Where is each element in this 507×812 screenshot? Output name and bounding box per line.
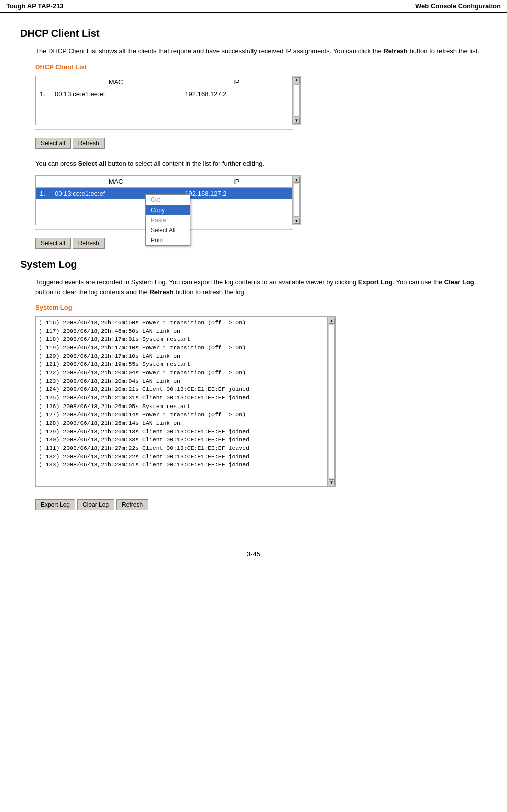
scroll-up-arrow[interactable]: ▲ — [294, 77, 300, 83]
log-line: ( 116) 2008/06/18,20h:46m:50s Power 1 tr… — [39, 319, 324, 327]
log-scroll-up[interactable]: ▲ — [329, 318, 335, 324]
log-line: ( 126) 2008/06/18,21h:26m:05s System res… — [39, 402, 324, 411]
context-menu-select-all[interactable]: Select All — [146, 225, 190, 235]
select-all-button[interactable]: Select all — [35, 138, 71, 149]
scroll-track2 — [294, 184, 300, 217]
system-log-scrollbar[interactable]: ▲ ▼ — [327, 317, 335, 486]
scroll-track — [294, 84, 300, 117]
col-num-header — [36, 76, 51, 88]
log-line: ( 120) 2008/06/18,21h:17m:10s LAN link o… — [39, 352, 324, 361]
dhcp-table2-container: MAC IP 1. 00:13:ce:e1:ee:ef 192.168.127.… — [35, 175, 301, 225]
system-log-subtitle: System Log — [35, 304, 72, 311]
select-button2[interactable]: Select all — [35, 238, 71, 249]
dhcp-desc2: You can press Select all button to selec… — [35, 159, 487, 169]
log-line: ( 129) 2008/06/18,21h:26m:18s Client 00:… — [39, 428, 324, 436]
col-mac-header: MAC — [51, 76, 181, 88]
log-line: ( 121) 2008/06/18,21h:19m:55s System res… — [39, 360, 324, 369]
scroll-down-arrow2[interactable]: ▼ — [294, 218, 300, 224]
dhcp-table1: MAC IP 1. 00:13:ce:e1:ee:ef 192.168.127.… — [35, 76, 301, 125]
log-line: ( 133) 2008/06/18,21h:28m:51s Client 00:… — [39, 461, 324, 469]
row-num: 1. — [36, 88, 51, 100]
dhcp-table2-scrollbar[interactable]: ▲ ▼ — [292, 176, 300, 225]
log-line: ( 125) 2008/06/18,21h:21m:31s Client 00:… — [39, 394, 324, 402]
table-row-empty — [36, 100, 292, 125]
log-line: ( 127) 2008/06/18,21h:26m:14s Power 1 tr… — [39, 411, 324, 419]
dhcp-subtitle: DHCP Client List — [35, 63, 87, 71]
col-mac-header2: MAC — [51, 176, 181, 188]
header-left-title: Tough AP TAP-213 — [6, 2, 63, 10]
context-menu-paste[interactable]: Paste — [146, 215, 190, 225]
context-menu-cut[interactable]: Cut — [146, 195, 190, 205]
system-log-content: ( 116) 2008/06/18,20h:46m:50s Power 1 tr… — [36, 317, 327, 486]
export-log-button[interactable]: Export Log — [35, 499, 75, 510]
system-log-box: ( 116) 2008/06/18,20h:46m:50s Power 1 tr… — [35, 316, 336, 487]
log-line: ( 118) 2008/06/18,21h:17m:01s System res… — [39, 335, 324, 344]
scroll-up-arrow2[interactable]: ▲ — [294, 177, 300, 183]
log-line: ( 123) 2008/06/18,21h:20m:04s LAN link o… — [39, 377, 324, 386]
system-log-desc: Triggered events are recorded in System … — [35, 277, 487, 297]
dhcp-table1-scrollbar[interactable]: ▲ ▼ — [292, 76, 300, 125]
log-line: ( 117) 2008/06/18,20h:46m:50s LAN link o… — [39, 327, 324, 336]
col-ip-header: IP — [181, 76, 292, 88]
col-num-header2 — [36, 176, 51, 188]
dhcp-button-row2: Select all Refresh — [35, 238, 487, 249]
clear-log-button[interactable]: Clear Log — [77, 499, 114, 510]
context-menu-copy[interactable]: Copy — [146, 205, 190, 215]
log-line: ( 128) 2008/06/18,21h:26m:14s LAN link o… — [39, 419, 324, 428]
scroll-down-arrow[interactable]: ▼ — [294, 118, 300, 124]
dhcp-desc1: The DHCP Client List shows all the clien… — [35, 46, 487, 56]
log-line: ( 122) 2008/06/18,21h:20m:04s Power 1 tr… — [39, 369, 324, 377]
dhcp-section: DHCP Client List The DHCP Client List sh… — [20, 28, 487, 249]
log-line: ( 119) 2008/06/18,21h:17m:10s Power 1 tr… — [39, 344, 324, 352]
dhcp-client-table: MAC IP 1. 00:13:ce:e1:ee:ef 192.168.127.… — [36, 76, 292, 125]
dhcp-button-row1: Select all Refresh — [35, 138, 487, 149]
log-line: ( 132) 2008/06/18,21h:28m:22s Client 00:… — [39, 453, 324, 461]
main-content: DHCP Client List The DHCP Client List sh… — [0, 13, 507, 540]
divider3 — [35, 491, 328, 491]
context-menu: Cut Copy Paste Select All Print — [145, 194, 190, 246]
system-log-section: System Log Triggered events are recorded… — [20, 259, 487, 510]
dhcp-title: DHCP Client List — [20, 28, 487, 39]
log-refresh-button[interactable]: Refresh — [116, 499, 148, 510]
system-log-title: System Log — [20, 259, 487, 270]
row-ip: 192.168.127.2 — [181, 88, 292, 100]
divider1 — [35, 129, 293, 130]
context-menu-print[interactable]: Print — [146, 235, 190, 245]
refresh-button1[interactable]: Refresh — [73, 138, 105, 149]
col-ip-header2: IP — [181, 176, 292, 188]
log-scroll-down[interactable]: ▼ — [329, 479, 335, 485]
page-header: Tough AP TAP-213 Web Console Configurati… — [0, 0, 507, 13]
page-number: 3-45 — [247, 550, 260, 558]
log-line: ( 124) 2008/06/18,21h:20m:21s Client 00:… — [39, 385, 324, 394]
system-log-button-row: Export Log Clear Log Refresh — [35, 499, 487, 510]
table-row: 1. 00:13:ce:e1:ee:ef 192.168.127.2 — [36, 88, 292, 100]
row-num2: 1. — [36, 188, 51, 200]
row-mac: 00:13:ce:e1:ee:ef — [51, 88, 181, 100]
refresh-button2[interactable]: Refresh — [73, 238, 105, 249]
row-ip2: 192.168.127.2 — [181, 188, 292, 200]
log-scroll-track — [329, 325, 335, 478]
header-right-title: Web Console Configuration — [415, 2, 501, 10]
log-line: ( 130) 2008/06/18,21h:26m:33s Client 00:… — [39, 436, 324, 444]
page-footer: 3-45 — [0, 540, 507, 568]
log-line: ( 131) 2008/06/18,21h:27m:22s Client 00:… — [39, 444, 324, 453]
